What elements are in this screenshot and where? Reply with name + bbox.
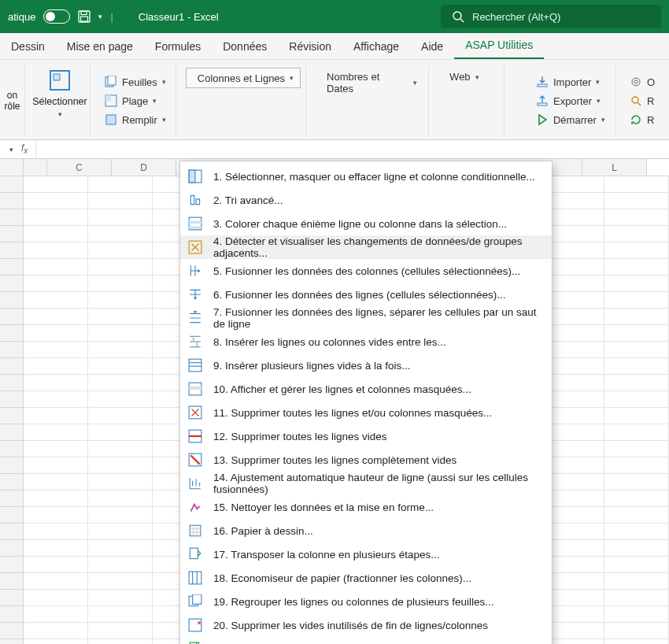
cell[interactable] [88, 358, 153, 375]
cell[interactable] [604, 176, 669, 193]
menu-item-21[interactable]: 21. Rétablir la dernière cellule d'Excel [180, 637, 552, 644]
cell[interactable] [88, 606, 153, 623]
row-header[interactable] [0, 375, 24, 391]
cell[interactable] [604, 209, 669, 226]
menu-item-5[interactable]: 5. Fusionner les données des colonnes (c… [180, 259, 552, 283]
cell[interactable] [24, 209, 88, 226]
cell[interactable] [88, 391, 153, 408]
tab-donnees[interactable]: Données [212, 34, 278, 59]
row-header[interactable] [0, 490, 24, 507]
row-header[interactable] [0, 292, 24, 309]
menu-item-2[interactable]: 2. Tri avancé... [180, 188, 552, 212]
cell[interactable] [24, 342, 88, 358]
cell[interactable] [88, 540, 153, 557]
nombres-dates-button[interactable]: Nombres et Dates▾ [316, 68, 423, 98]
menu-item-20[interactable]: 20. Supprimer les vides inutilisés de fi… [180, 613, 552, 637]
tab-formules[interactable]: Formules [144, 34, 212, 59]
menu-item-10[interactable]: 10. Afficher et gérer les lignes et colo… [180, 377, 552, 401]
tab-revision[interactable]: Révision [278, 34, 342, 59]
row-header[interactable] [0, 242, 24, 259]
row-header[interactable] [0, 259, 24, 276]
menu-item-18[interactable]: 18. Economiseur de papier (fractionner l… [180, 566, 552, 590]
row-header[interactable] [0, 424, 24, 441]
cell[interactable] [604, 524, 669, 540]
tab-affichage[interactable]: Affichage [342, 34, 410, 59]
cell[interactable] [24, 540, 88, 557]
cell[interactable] [24, 242, 88, 259]
refresh-button[interactable]: R [625, 112, 660, 128]
row-header[interactable] [0, 391, 24, 408]
importer-button[interactable]: Importer▾ [531, 74, 610, 90]
row-header[interactable] [0, 209, 24, 226]
cell[interactable] [24, 524, 88, 540]
tab-asap-utilities[interactable]: ASAP Utilities [454, 32, 544, 59]
row-header[interactable] [0, 590, 24, 606]
fx-label[interactable]: fx [13, 142, 35, 155]
cell[interactable] [88, 408, 153, 424]
recherche-button[interactable]: R [625, 93, 660, 109]
cell[interactable] [604, 408, 669, 424]
cell[interactable] [88, 590, 153, 606]
row-header[interactable] [0, 358, 24, 375]
cell[interactable] [604, 474, 669, 490]
cell[interactable] [604, 490, 669, 507]
cell[interactable] [88, 375, 153, 391]
menu-item-19[interactable]: 19. Regrouper les lignes ou colonnes de … [180, 590, 552, 613]
cell[interactable] [604, 259, 669, 276]
menu-item-9[interactable]: 9. Insérer plusieurs lignes vides à la f… [180, 353, 552, 377]
colonnes-lignes-button[interactable]: Colonnes et Lignes▾ [186, 68, 301, 88]
menu-item-16[interactable]: 16. Papier à dessin... [180, 519, 552, 542]
cell[interactable] [88, 457, 153, 474]
cell[interactable] [24, 457, 88, 474]
save-icon[interactable] [78, 10, 91, 23]
cell[interactable] [604, 457, 669, 474]
cell[interactable] [604, 242, 669, 259]
autosave-toggle[interactable] [43, 9, 70, 24]
cell[interactable] [24, 292, 88, 309]
cell[interactable] [88, 226, 153, 242]
cell[interactable] [88, 623, 153, 639]
row-header[interactable] [0, 474, 24, 490]
web-button[interactable]: Web▾ [438, 68, 499, 86]
cell[interactable] [24, 507, 88, 524]
cell[interactable] [604, 193, 669, 209]
cell[interactable] [604, 292, 669, 309]
cell[interactable] [24, 408, 88, 424]
cell[interactable] [24, 226, 88, 242]
row-header[interactable] [0, 441, 24, 457]
column-header[interactable]: D [112, 159, 176, 176]
select-all-corner[interactable] [0, 159, 24, 176]
row-header[interactable] [0, 623, 24, 639]
row-header[interactable] [0, 540, 24, 557]
menu-item-3[interactable]: 3. Colorer chaque énième ligne ou colonn… [180, 212, 552, 235]
cell[interactable] [24, 193, 88, 209]
cell[interactable] [88, 342, 153, 358]
cell[interactable] [24, 573, 88, 590]
cell[interactable] [88, 490, 153, 507]
row-header[interactable] [0, 573, 24, 590]
cell[interactable] [24, 639, 88, 644]
menu-item-11[interactable]: 11. Supprimer toutes les lignes et/ou co… [180, 401, 552, 424]
options-button[interactable]: O [625, 74, 660, 90]
cell[interactable] [604, 507, 669, 524]
row-header[interactable] [0, 276, 24, 292]
formula-input[interactable] [35, 140, 669, 158]
menu-item-4[interactable]: 4. Détecter et visualiser les changement… [180, 235, 552, 259]
cell[interactable] [24, 309, 88, 325]
row-header[interactable] [0, 524, 24, 540]
row-header[interactable] [0, 193, 24, 209]
cell[interactable] [604, 358, 669, 375]
cell[interactable] [24, 259, 88, 276]
cell[interactable] [24, 623, 88, 639]
cell[interactable] [88, 209, 153, 226]
cell[interactable] [24, 391, 88, 408]
tab-aide[interactable]: Aide [410, 34, 454, 59]
row-header[interactable] [0, 176, 24, 193]
cell[interactable] [88, 424, 153, 441]
menu-item-14[interactable]: 14. Ajustement automatique hauteur de li… [180, 472, 552, 495]
cell[interactable] [604, 276, 669, 292]
cell[interactable] [88, 557, 153, 573]
row-header[interactable] [0, 557, 24, 573]
menu-item-6[interactable]: 6. Fusionner les données des lignes (cel… [180, 283, 552, 306]
cell[interactable] [24, 424, 88, 441]
